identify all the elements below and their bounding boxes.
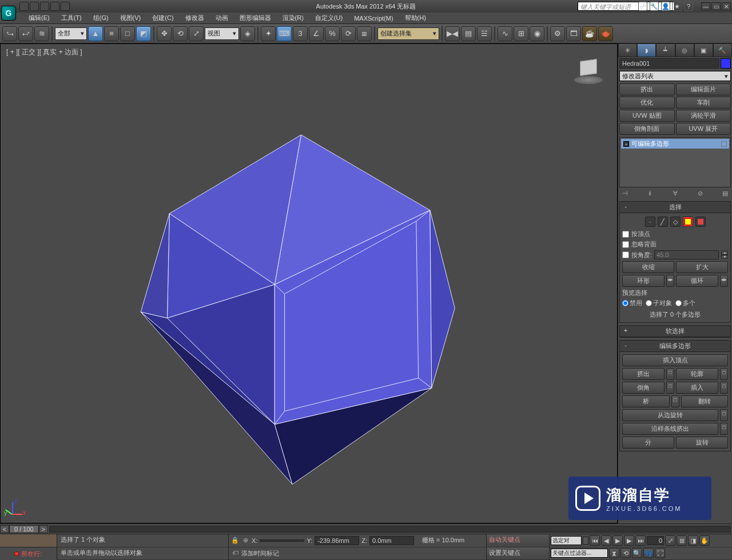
time-config-icon[interactable]: ⧗ xyxy=(609,548,619,558)
rotate2-button[interactable]: 旋转 xyxy=(676,437,728,449)
percent-snap-icon[interactable]: % xyxy=(325,26,340,41)
extrude-opt-icon[interactable]: □ xyxy=(666,368,674,380)
coord-y[interactable]: -239.86mm xyxy=(315,536,359,545)
select-name-icon[interactable]: ≡ xyxy=(104,26,119,41)
qat-redo-icon[interactable] xyxy=(61,2,70,11)
subobj-element-icon[interactable] xyxy=(695,217,706,227)
mod-btn-3[interactable]: 车削 xyxy=(676,97,731,109)
walk-icon[interactable]: 👣 xyxy=(643,548,654,558)
angle-up-icon[interactable]: ▴ xyxy=(721,251,728,255)
extrude-spline-button[interactable]: 沿样条线挤出 xyxy=(622,423,718,435)
subobj-border-icon[interactable]: ◇ xyxy=(670,217,681,227)
mod-btn-7[interactable]: UVW 展开 xyxy=(676,123,731,135)
rollout-selection-header[interactable]: -选择 xyxy=(620,202,730,213)
ref-coord-system[interactable]: 视图▾ xyxy=(205,27,239,40)
menu-grapheditors[interactable]: 图形编辑器 xyxy=(234,13,277,23)
current-frame[interactable]: 0 xyxy=(647,536,664,545)
select-rect-icon[interactable]: □ xyxy=(120,26,135,41)
make-unique-icon[interactable]: ∀ xyxy=(671,190,680,199)
render-icon[interactable]: ☕ xyxy=(582,26,597,41)
create-tab-icon[interactable]: ✳ xyxy=(618,43,637,57)
subobj-vertex-icon[interactable]: · xyxy=(645,217,655,227)
timeline-next-icon[interactable]: > xyxy=(39,525,48,533)
setkey-button[interactable]: 设置关键点 xyxy=(487,547,549,561)
grow-button[interactable]: 扩大 xyxy=(676,261,728,273)
configure-icon[interactable]: ▤ xyxy=(721,190,730,199)
timeline[interactable]: < 0 / 100 > xyxy=(0,524,732,534)
bridge-button[interactable]: 桥 xyxy=(622,395,670,407)
menu-customize[interactable]: 自定义(U) xyxy=(309,13,348,23)
hinge-opt-icon[interactable]: □ xyxy=(720,409,728,421)
qat-open-icon[interactable] xyxy=(30,2,39,11)
time-tag[interactable]: 添加时间标记 xyxy=(241,549,279,558)
rollout-softsel-header[interactable]: +软选择 xyxy=(620,326,730,337)
menu-rendering[interactable]: 渲染(R) xyxy=(277,13,309,23)
keyboard-shortcut-icon[interactable]: ⌨ xyxy=(277,26,292,41)
ignore-backfacing-check[interactable]: 忽略背面 xyxy=(622,240,728,249)
coord-x[interactable] xyxy=(260,539,304,542)
curve-editor-icon[interactable]: ∿ xyxy=(498,26,512,41)
menu-views[interactable]: 视图(V) xyxy=(114,13,147,23)
preview-off-radio[interactable]: 禁用 xyxy=(622,299,642,307)
pan-icon[interactable]: ✋ xyxy=(699,535,710,546)
zoom-all-icon[interactable]: ⊞ xyxy=(677,535,687,546)
pin-stack-icon[interactable]: ⊣ xyxy=(620,190,630,199)
hierarchy-tab-icon[interactable]: ┷ xyxy=(656,43,675,57)
orbit-icon[interactable]: ⟲ xyxy=(620,548,631,558)
loop-button[interactable]: 循环 xyxy=(676,275,718,287)
light-toggle-icon[interactable] xyxy=(721,141,727,147)
scale-icon[interactable]: ⤢ xyxy=(189,26,204,41)
qat-save-icon[interactable] xyxy=(40,2,49,11)
utilities-tab-icon[interactable]: 🔨 xyxy=(713,43,732,57)
bridge-opt-icon[interactable]: □ xyxy=(671,395,679,407)
menu-maxscript[interactable]: MAXScript(M) xyxy=(348,14,399,23)
maximize-vp-icon[interactable]: ⛶ xyxy=(655,548,665,558)
app-logo[interactable]: G xyxy=(1,6,16,21)
exspline-opt-icon[interactable]: □ xyxy=(720,423,728,435)
signin-icon[interactable]: 👤 xyxy=(661,2,670,11)
object-name-input[interactable] xyxy=(619,58,719,69)
motion-tab-icon[interactable]: ◎ xyxy=(675,43,694,57)
inset-button[interactable]: 插入 xyxy=(676,382,718,394)
viewport[interactable]: [ + ][ 正交 ][ 真实 + 边面 ] zyx xyxy=(0,43,618,523)
tag-icon[interactable]: 🏷 xyxy=(231,549,239,557)
menu-modifiers[interactable]: 修改器 xyxy=(180,13,210,23)
ring-spin-icon[interactable]: ◂▸ xyxy=(666,275,674,287)
mini-listener[interactable] xyxy=(0,534,57,547)
key-icon2[interactable] xyxy=(583,537,588,545)
display-tab-icon[interactable]: ▣ xyxy=(694,43,713,57)
bind-icon[interactable]: ≋ xyxy=(34,26,49,41)
angle-down-icon[interactable]: ▾ xyxy=(721,255,728,259)
bevel-opt-icon[interactable]: □ xyxy=(666,382,674,394)
by-angle-check[interactable]: 按角度: xyxy=(622,251,652,259)
goto-end-icon[interactable]: ⏭ xyxy=(635,535,646,546)
schematic-icon[interactable]: ⊞ xyxy=(514,26,528,41)
mesh-object[interactable] xyxy=(1,44,617,523)
modifier-stack[interactable]: + 可编辑多边形 xyxy=(619,137,731,187)
infocenter-icon[interactable]: ☍ xyxy=(638,2,647,11)
link-icon[interactable]: ⮑ xyxy=(2,26,17,41)
mod-btn-4[interactable]: UVW 贴图 xyxy=(619,110,675,122)
move-icon[interactable]: ✥ xyxy=(157,26,172,41)
fov-icon[interactable]: ◨ xyxy=(688,535,698,546)
render-frame-icon[interactable]: 🗔 xyxy=(566,26,581,41)
spinner-snap-icon[interactable]: ⟳ xyxy=(341,26,356,41)
star-icon[interactable]: ★ xyxy=(673,2,682,11)
key-icon[interactable]: 🔧 xyxy=(650,2,659,11)
mod-btn-6[interactable]: 倒角剖面 xyxy=(619,123,675,135)
material-icon[interactable]: ◉ xyxy=(530,26,544,41)
outline-button[interactable]: 轮廓 xyxy=(676,368,718,380)
hinge-button[interactable]: 从边旋转 xyxy=(622,409,718,421)
quick-render-icon[interactable]: 🫖 xyxy=(598,26,613,41)
menu-edit[interactable]: 编辑(E) xyxy=(23,13,55,23)
prev-frame-icon[interactable]: ◀ xyxy=(601,535,611,546)
play-icon[interactable]: ▶ xyxy=(612,535,623,546)
modify-tab-icon[interactable]: ◗ xyxy=(637,43,656,57)
manipulate-icon[interactable]: ✦ xyxy=(261,26,276,41)
selection-filter[interactable]: 全部▾ xyxy=(55,27,87,40)
stack-item-editable-poly[interactable]: + 可编辑多边形 xyxy=(621,139,729,149)
mod-btn-1[interactable]: 编辑面片 xyxy=(676,83,731,95)
coord-z[interactable]: 0.0mm xyxy=(369,536,414,545)
abs-icon[interactable]: ⊕ xyxy=(241,537,249,545)
insert-vertex-button[interactable]: 插入顶点 xyxy=(622,354,728,366)
